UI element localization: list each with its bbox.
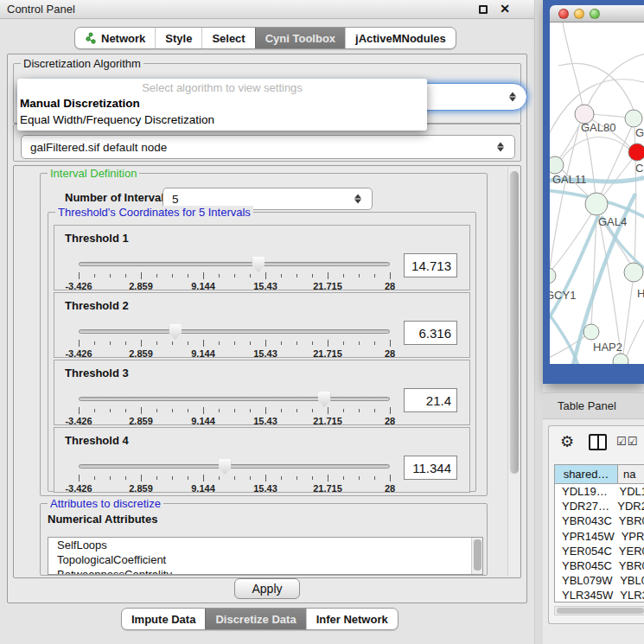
threshold-slider[interactable]: -3.4262.8599.14415.4321.71528 — [79, 392, 390, 424]
tab-style[interactable]: Style — [155, 28, 201, 48]
network-edge[interactable] — [550, 126, 579, 268]
tick-label: 21.715 — [313, 348, 342, 359]
threshold-slider[interactable]: -3.4262.8599.14415.4321.71528 — [79, 257, 390, 290]
table-panel-title: Table Panel — [558, 399, 616, 412]
slider-ticks — [79, 340, 390, 347]
network-canvas[interactable]: GAL80GACGAL11GAL4GCY1HHAP2 — [550, 22, 644, 364]
float-window-icon[interactable] — [479, 5, 488, 14]
threshold-label: Threshold 3 — [65, 367, 129, 379]
tick-mark — [312, 476, 313, 480]
tab-infer-network[interactable]: Infer Network — [306, 609, 398, 629]
apply-button[interactable]: Apply — [234, 578, 300, 599]
network-node-gal4[interactable] — [585, 193, 608, 215]
tick-mark — [281, 476, 282, 480]
zoom-traffic-light-icon[interactable] — [590, 9, 600, 19]
table-row[interactable]: YER054CYER0 — [555, 544, 644, 558]
network-node-hap2[interactable] — [583, 324, 599, 340]
attribute-list-item[interactable]: SelfLoops — [48, 538, 482, 552]
network-node-selected-red[interactable] — [628, 143, 644, 161]
column-header-name[interactable]: na — [618, 465, 644, 483]
slider-track[interactable] — [79, 397, 390, 401]
tab-cyni-toolbox[interactable]: Cyni Toolbox — [255, 28, 345, 48]
network-node-h-node[interactable] — [624, 263, 643, 282]
network-node-gcy1[interactable] — [550, 268, 556, 284]
tick-mark — [250, 274, 251, 277]
panel-scrollbar[interactable] — [507, 167, 520, 577]
tab-label: Network — [101, 32, 145, 45]
network-node-gal-top-right[interactable] — [625, 110, 642, 127]
slider-handle[interactable] — [169, 324, 182, 340]
threshold-slider[interactable]: -3.4262.8599.14415.4321.71528 — [79, 324, 390, 357]
slider-handle[interactable] — [219, 459, 232, 475]
network-edge[interactable] — [623, 282, 633, 354]
attributes-scrollbar[interactable] — [471, 538, 482, 574]
attribute-list-item[interactable]: BetweennessCentrality — [48, 567, 482, 575]
table-horizontal-scrollbar[interactable] — [554, 606, 644, 615]
scrollbar-thumb[interactable] — [474, 539, 481, 571]
network-edge[interactable] — [558, 122, 581, 159]
slider-track[interactable] — [79, 464, 390, 469]
tick-mark — [79, 475, 80, 481]
tab-discretize-data[interactable]: Discretize Data — [205, 609, 305, 629]
slider-track[interactable] — [79, 329, 390, 334]
threshold-label: Threshold 1 — [65, 232, 129, 245]
threshold-slider[interactable]: -3.4262.8599.14415.4321.71528 — [79, 459, 390, 492]
tick-mark — [203, 340, 204, 347]
network-node-gal11[interactable] — [550, 156, 564, 174]
tick-mark — [172, 274, 173, 277]
gear-icon[interactable]: ⚙ — [560, 433, 574, 450]
network-window-titlebar[interactable] — [550, 5, 644, 22]
table-row[interactable]: YBR045CYBR0 — [555, 558, 644, 573]
network-node-label: GCY1 — [550, 289, 576, 302]
algorithm-option-manual[interactable]: Manual Discretization — [17, 95, 427, 112]
tab-impute-data[interactable]: Impute Data — [122, 609, 205, 629]
slider-handle[interactable] — [252, 257, 265, 272]
tick-mark — [234, 409, 235, 412]
table-row[interactable]: YLR345WYLR3 — [555, 588, 644, 603]
column-header-shared-name[interactable]: shared… — [555, 465, 618, 483]
tick-mark — [296, 476, 297, 480]
slider-handle[interactable] — [318, 392, 331, 407]
tab-jactivemnodules[interactable]: jActiveMNodules — [345, 28, 456, 48]
table-row[interactable]: YDR27…YDR2 — [555, 499, 644, 513]
tick-mark — [141, 407, 142, 414]
network-edge[interactable] — [596, 126, 632, 204]
table-data-combobox[interactable]: galFiltered.sif default node — [21, 135, 515, 159]
table-row[interactable]: YDL19…YDL1 — [555, 484, 644, 499]
table-row[interactable]: YBR043CYBR0 — [555, 513, 644, 528]
algorithm-option-equal-width[interactable]: Equal Width/Frequency Discretization — [17, 112, 427, 128]
tick-mark — [110, 476, 111, 480]
tick-mark — [390, 475, 391, 481]
tab-label: Impute Data — [131, 613, 195, 626]
threshold-value-input[interactable] — [404, 253, 457, 277]
network-edge[interactable] — [562, 137, 630, 159]
scrollbar-thumb[interactable] — [557, 608, 644, 614]
attribute-list-item[interactable]: TopologicalCoefficient — [48, 552, 482, 567]
threshold-value-input[interactable] — [404, 456, 457, 480]
threshold-value-input[interactable] — [404, 321, 457, 345]
close-traffic-light-icon[interactable] — [558, 9, 569, 19]
combobox-arrows-icon — [497, 143, 504, 152]
network-edge-thick[interactable] — [550, 216, 598, 327]
network-node-bottom-node[interactable] — [613, 354, 628, 364]
split-columns-icon[interactable] — [589, 434, 607, 450]
tick-mark — [343, 341, 344, 345]
table-row[interactable]: YPR145WYPR1 — [555, 529, 644, 544]
threshold-value-input[interactable] — [404, 388, 457, 412]
tab-network[interactable]: Network — [75, 28, 155, 48]
scrollbar-thumb[interactable] — [510, 171, 519, 474]
network-edge[interactable] — [593, 114, 626, 118]
network-edge[interactable] — [584, 124, 596, 204]
tick-mark — [390, 340, 391, 347]
numerical-attributes-list[interactable]: SelfLoopsTopologicalCoefficientBetweenne… — [48, 537, 483, 575]
table-row[interactable]: YBL079WYBL0 — [555, 573, 644, 588]
minimize-traffic-light-icon[interactable] — [574, 9, 584, 19]
slider-track[interactable] — [79, 262, 390, 266]
tick-mark — [265, 272, 266, 279]
tick-label: 9.144 — [191, 483, 215, 494]
tab-select[interactable]: Select — [201, 28, 254, 48]
panel-splitter[interactable] — [534, 0, 543, 644]
table-cell-name: YBL0 — [613, 573, 644, 588]
close-icon[interactable]: ✕ — [500, 2, 510, 16]
checkbox-columns-icon[interactable]: ☑☑ — [616, 435, 638, 448]
